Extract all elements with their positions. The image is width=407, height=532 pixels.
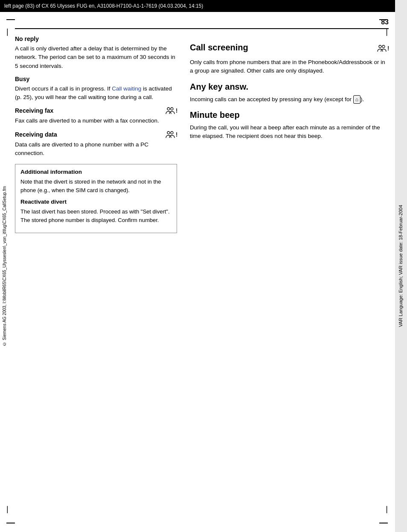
call-screening-title: Call screening <box>190 43 248 53</box>
any-key-text-part1: Incoming calls can be accepted by pressi… <box>190 96 353 102</box>
receiving-fax-title: Receiving fax <box>15 107 53 114</box>
no-reply-text: A call is only diverted after a delay th… <box>15 44 177 70</box>
info-box-title: Additional information <box>20 169 172 175</box>
busy-text-part1: Divert occurs if a call is in progress. … <box>15 85 112 92</box>
fax-icon-svg: ! <box>165 107 177 114</box>
left-sidebar-text: © Siemens AG 2003, I:\MobilR65\CX65_Ulys… <box>2 186 7 346</box>
receiving-fax-text: Fax calls are diverted to a number with … <box>15 117 177 125</box>
minute-beep-title: Minute beep <box>190 110 389 120</box>
main-content: 83 No reply A call is only diverted afte… <box>9 12 395 532</box>
call-screening-header: Call screening ! <box>190 41 389 56</box>
no-reply-title: No reply <box>15 35 177 42</box>
receiving-data-text: Data calls are diverted to a phone numbe… <box>15 140 177 158</box>
any-key-title: Any key answ. <box>190 82 389 92</box>
data-icon-svg: ! <box>165 131 177 138</box>
right-sidebar: VAR Language: English; VAR issue date: 1… <box>395 0 407 532</box>
busy-title: Busy <box>15 76 177 82</box>
right-sidebar-text: VAR Language: English; VAR issue date: 1… <box>398 205 404 327</box>
svg-text:!: ! <box>387 45 389 52</box>
info-box-text: Note that the divert is stored in the ne… <box>20 178 172 194</box>
call-screening-text: Only calls from phone numbers that are i… <box>190 58 389 76</box>
right-column: Call screening ! Only calls from phone n… <box>190 35 389 233</box>
info-box: Additional information Note that the div… <box>15 164 177 233</box>
any-key-text-part2: ). <box>360 96 364 102</box>
header-text: left page (83) of CX 65 Ulysses FUG en, … <box>4 3 203 9</box>
page-number-bar: 83 <box>15 16 389 29</box>
page-number: 83 <box>381 18 389 26</box>
call-screening-icon: ! <box>377 44 389 52</box>
svg-point-6 <box>379 45 381 48</box>
call-screening-icon-svg: ! <box>377 44 389 52</box>
svg-point-4 <box>171 132 173 134</box>
two-column-layout: No reply A call is only diverted after a… <box>15 35 389 233</box>
busy-text: Divert occurs if a call is in progress. … <box>15 85 177 102</box>
svg-point-7 <box>382 45 385 48</box>
minute-beep-text: During the call, you will hear a beep af… <box>190 123 389 141</box>
svg-text:!: ! <box>176 107 177 114</box>
svg-point-0 <box>167 108 170 110</box>
any-key-text: Incoming calls can be accepted by pressi… <box>190 95 389 104</box>
key-icon: ⌂ <box>353 95 360 104</box>
receiving-data-header: Receiving data ! <box>15 131 177 138</box>
left-column: No reply A call is only diverted after a… <box>15 35 177 233</box>
reactivate-divert-title: Reactivate divert <box>20 199 172 205</box>
receiving-fax-header: Receiving fax ! <box>15 107 177 114</box>
data-group-icon: ! <box>165 131 177 138</box>
call-waiting-link[interactable]: Call waiting <box>112 85 141 92</box>
header-bar: left page (83) of CX 65 Ulysses FUG en, … <box>0 0 407 12</box>
receiving-data-title: Receiving data <box>15 131 57 138</box>
left-sidebar: © Siemens AG 2003, I:\MobilR65\CX65_Ulys… <box>0 0 9 532</box>
fax-group-icon: ! <box>165 107 177 114</box>
svg-point-3 <box>167 132 170 134</box>
svg-point-1 <box>171 108 173 110</box>
reactivate-divert-text: The last divert has been stored. Proceed… <box>20 208 172 224</box>
svg-text:!: ! <box>176 131 177 138</box>
